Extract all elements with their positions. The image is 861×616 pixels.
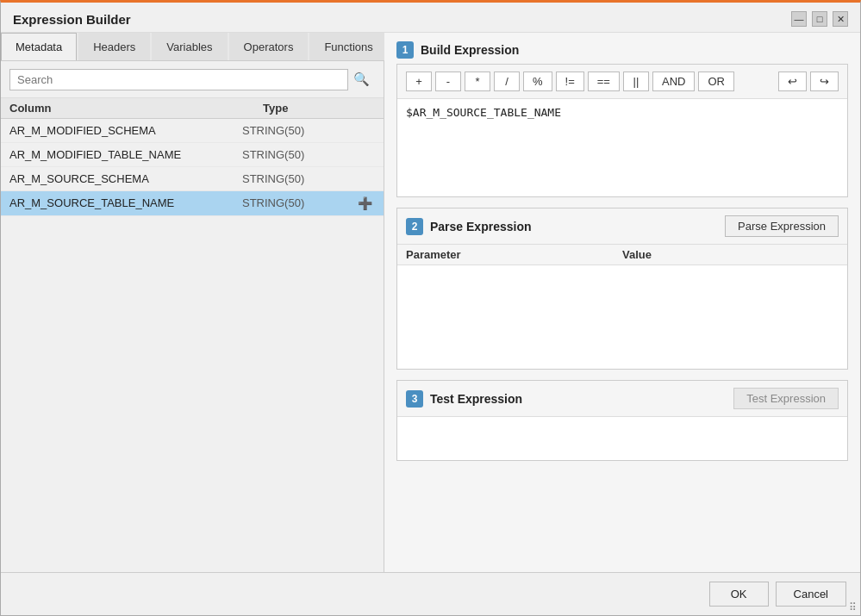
table-row[interactable]: AR_M_SOURCE_SCHEMA STRING(50) (1, 167, 384, 191)
metadata-table: AR_M_MODIFIED_SCHEMA STRING(50) AR_M_MOD… (1, 119, 384, 572)
section-num-2: 2 (406, 218, 423, 235)
parse-expression-panel: 2 Parse Expression Parse Expression Para… (396, 208, 848, 370)
dialog-title: Expression Builder (13, 12, 131, 27)
value-column-header: Value (622, 248, 839, 261)
right-panel: 1 Build Expression + - * / % != == | (384, 33, 860, 572)
op-or[interactable]: OR (698, 72, 734, 91)
bottom-bar: OK Cancel (1, 572, 860, 615)
row-type-value: STRING(50) (242, 172, 354, 185)
redo-button[interactable]: ↪ (810, 72, 839, 91)
op-divide[interactable]: / (494, 72, 520, 91)
test-results-body (397, 417, 847, 460)
ok-button[interactable]: OK (709, 582, 769, 607)
parse-results-body (397, 265, 847, 369)
resize-handle[interactable]: ⠿ (849, 601, 857, 613)
test-title: 3 Test Expression (406, 390, 522, 408)
parse-expression-button[interactable]: Parse Expression (725, 215, 839, 237)
build-expression-label: Build Expression (421, 43, 519, 57)
parse-title: 2 Parse Expression (406, 218, 532, 235)
tab-metadata[interactable]: Metadata (1, 33, 77, 60)
build-expression-panel: + - * / % != == || AND OR ↩ (396, 64, 848, 197)
table-row[interactable]: AR_M_MODIFIED_SCHEMA STRING(50) (1, 119, 384, 143)
cancel-button[interactable]: Cancel (776, 582, 846, 607)
undo-button[interactable]: ↩ (778, 72, 807, 91)
section-num-3: 3 (406, 390, 423, 408)
undo-redo-controls: ↩ ↪ (778, 72, 839, 91)
tab-headers[interactable]: Headers (78, 33, 150, 60)
op-plus[interactable]: + (406, 72, 432, 91)
build-expression-title: 1 Build Expression (396, 41, 848, 59)
row-action-icon (354, 172, 375, 185)
left-panel: Metadata Headers Variables Operators Fun… (1, 33, 384, 572)
type-header: Type (263, 102, 375, 115)
search-button[interactable]: 🔍 (348, 68, 375, 90)
operator-buttons: + - * / % != == || AND OR (406, 72, 734, 91)
row-type-value: STRING(50) (242, 196, 354, 210)
section-num-1: 1 (396, 41, 414, 59)
minimize-button[interactable]: — (791, 11, 807, 27)
row-action-icon (354, 124, 375, 137)
parse-expression-label: Parse Expression (430, 220, 532, 233)
main-content: Metadata Headers Variables Operators Fun… (1, 33, 860, 572)
test-expression-button[interactable]: Test Expression (733, 388, 839, 409)
title-controls: — □ ✕ (791, 11, 848, 27)
build-expression-section: 1 Build Expression + - * / % != == | (396, 41, 848, 197)
param-table-header: Parameter Value (397, 245, 847, 265)
row-column-value: AR_M_SOURCE_SCHEMA (9, 172, 242, 185)
restore-button[interactable]: □ (812, 11, 827, 27)
table-row[interactable]: AR_M_MODIFIED_TABLE_NAME STRING(50) (1, 143, 384, 167)
test-expression-section: 3 Test Expression Test Expression (396, 380, 848, 461)
test-header: 3 Test Expression Test Expression (397, 381, 847, 417)
table-row[interactable]: AR_M_SOURCE_TABLE_NAME STRING(50) ➕ (1, 191, 384, 216)
search-row: 🔍 (1, 61, 384, 98)
row-type-value: STRING(50) (242, 124, 354, 137)
close-button[interactable]: ✕ (833, 11, 848, 27)
expression-input[interactable]: $AR_M_SOURCE_TABLE_NAME (397, 99, 847, 194)
row-column-value: AR_M_MODIFIED_TABLE_NAME (9, 148, 242, 161)
op-or-pipe[interactable]: || (623, 72, 649, 91)
row-column-value: AR_M_MODIFIED_SCHEMA (9, 124, 242, 137)
op-equal[interactable]: == (588, 72, 620, 91)
expression-builder-dialog: Expression Builder — □ ✕ Metadata Header… (0, 0, 861, 616)
test-expression-label: Test Expression (430, 392, 522, 406)
build-toolbar: + - * / % != == || AND OR ↩ (397, 65, 847, 99)
parse-header: 2 Parse Expression Parse Expression (397, 208, 847, 245)
title-bar: Expression Builder — □ ✕ (1, 3, 860, 33)
tabs-row: Metadata Headers Variables Operators Fun… (1, 33, 384, 61)
row-column-value: AR_M_SOURCE_TABLE_NAME (9, 196, 242, 210)
op-multiply[interactable]: * (465, 72, 490, 91)
tab-functions[interactable]: Functions (309, 33, 387, 60)
row-add-icon[interactable]: ➕ (354, 196, 375, 210)
tab-operators[interactable]: Operators (229, 33, 309, 60)
column-header: Column (9, 102, 263, 115)
row-action-icon (354, 148, 375, 161)
row-type-value: STRING(50) (242, 148, 354, 161)
op-modulo[interactable]: % (523, 72, 552, 91)
table-header: Column Type (1, 98, 384, 119)
test-expression-panel: 3 Test Expression Test Expression (396, 380, 848, 461)
search-input[interactable] (9, 69, 348, 90)
param-column-header: Parameter (406, 248, 622, 261)
op-minus[interactable]: - (435, 72, 461, 91)
parse-expression-section: 2 Parse Expression Parse Expression Para… (396, 208, 848, 370)
op-and[interactable]: AND (652, 72, 695, 91)
op-not-equal[interactable]: != (556, 72, 584, 91)
tab-variables[interactable]: Variables (152, 33, 227, 60)
